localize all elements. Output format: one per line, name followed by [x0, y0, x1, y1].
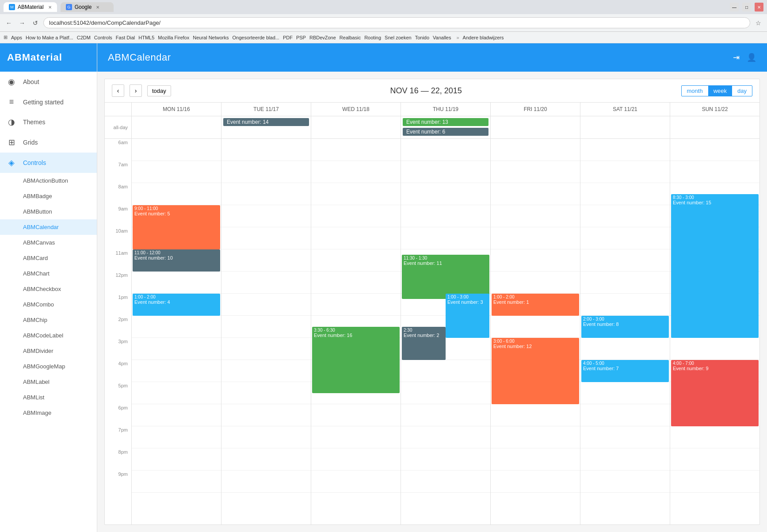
sidebar-subitem-abmlist[interactable]: ABMList — [0, 390, 97, 405]
tab-close-abmaterial[interactable]: ✕ — [48, 5, 52, 10]
sidebar-item-themes[interactable]: ◑ Themes — [0, 112, 97, 132]
back-btn[interactable]: ← — [4, 18, 14, 28]
time-slot-3pm: 3pm — [105, 338, 131, 360]
event-12-time: 3:00 - 6:00 — [493, 339, 577, 344]
cal-event-8[interactable]: 2:00 - 3:00 Event number: 8 — [581, 316, 669, 338]
bookmark-mozilla[interactable]: Mozilla Firefox — [158, 35, 189, 40]
cal-event-3[interactable]: 1:00 - 3:00 Event number: 3 — [446, 294, 489, 338]
cal-allday-row: all-day Event number: 14 — [105, 116, 759, 139]
sidebar-subitem-abmimage[interactable]: ABMImage — [0, 405, 97, 421]
bookmark-apps[interactable]: Apps — [11, 35, 22, 40]
browser-tab-abmaterial[interactable]: M ABMaterial ✕ — [4, 2, 57, 12]
event-3-title: Event number: 3 — [447, 299, 488, 305]
bookmark-psp[interactable]: PSP — [296, 35, 306, 40]
allday-event-14[interactable]: Event number: 14 — [223, 118, 309, 126]
cal-day-col-tue — [221, 139, 311, 524]
sidebar-subitem-abmchip[interactable]: ABMChip — [0, 312, 97, 328]
cal-event-5[interactable]: 9:00 - 11:00 Event number: 5 — [133, 205, 220, 249]
bookmark-fastdial[interactable]: Fast Dial — [116, 35, 135, 40]
maximize-btn[interactable]: □ — [742, 3, 751, 11]
address-bar[interactable] — [43, 17, 750, 28]
cal-allday-cells: Event number: 14 Event number: 13 Event … — [131, 116, 759, 138]
user-btn[interactable]: 👤 — [747, 53, 756, 62]
allday-event-6[interactable]: Event number: 6 — [403, 128, 488, 136]
event-9-time: 4:00 - 7:00 — [673, 361, 757, 366]
bookmark-tonido[interactable]: Tonido — [415, 35, 429, 40]
cal-event-15[interactable]: 8:30 - 3:00 Event number: 15 — [671, 194, 759, 338]
sidebar-subitem-abmbutton[interactable]: ABMButton — [0, 204, 97, 219]
app-container: ABMaterial ◉ About ≡ Getting started ◑ T… — [0, 43, 767, 532]
allday-event-13[interactable]: Event number: 13 — [403, 118, 488, 126]
app-header: ABMCalendar ⇥ 👤 — [97, 43, 767, 72]
time-slot-7am: 7am — [105, 161, 131, 183]
cal-event-7[interactable]: 4:00 - 5:00 Event number: 7 — [581, 360, 669, 382]
event-7-title: Event number: 7 — [583, 366, 667, 371]
cal-day-col-sun: 8:30 - 3:00 Event number: 15 4:00 - 7:00… — [670, 139, 759, 524]
sidebar-item-controls[interactable]: ◈ Controls — [0, 153, 97, 173]
cal-event-2[interactable]: 2:30 Event number: 2 — [402, 327, 446, 360]
cal-event-4[interactable]: 1:00 - 2:00 Event number: 4 — [133, 294, 220, 316]
bookmark-rooting[interactable]: Rooting — [364, 35, 381, 40]
sidebar-subitem-abmactionbutton[interactable]: ABMActionButton — [0, 173, 97, 188]
cal-event-10[interactable]: 11:00 - 12:00 Event number: 10 — [133, 249, 220, 272]
bookmark-controls[interactable]: Controls — [94, 35, 112, 40]
bookmark-rbdevzone[interactable]: RBDevZone — [309, 35, 336, 40]
bookmark-c2dm[interactable]: C2DM — [77, 35, 91, 40]
allday-event-6-label: Event number: 6 — [406, 129, 445, 135]
cal-event-9[interactable]: 4:00 - 7:00 Event number: 9 — [671, 360, 759, 426]
sidebar-subitem-abmcodelabel[interactable]: ABMCodeLabel — [0, 328, 97, 343]
sidebar-item-about[interactable]: ◉ About — [0, 72, 97, 92]
cal-event-11[interactable]: 11:30 - 1:30 Event number: 11 — [402, 255, 489, 299]
time-slot-4pm: 4pm — [105, 360, 131, 382]
sidebar-item-label-themes: Themes — [23, 119, 46, 126]
sidebar-item-grids[interactable]: ⊞ Grids — [0, 132, 97, 153]
cal-next-btn[interactable]: › — [130, 84, 142, 97]
cal-event-1[interactable]: 1:00 - 2:00 Event number: 1 — [492, 294, 579, 316]
bookmark-btn[interactable]: ☆ — [753, 18, 763, 28]
allday-event-14-label: Event number: 14 — [227, 119, 269, 125]
cal-view-week[interactable]: week — [708, 86, 732, 96]
bookmark-snel[interactable]: Snel zoeken — [385, 35, 412, 40]
bookmark-pdf[interactable]: PDF — [283, 35, 293, 40]
forward-btn[interactable]: → — [17, 18, 27, 28]
sidebar-item-getting-started[interactable]: ≡ Getting started — [0, 92, 97, 112]
sidebar-subitem-abmcanvas[interactable]: ABMCanvas — [0, 235, 97, 250]
bookmark-html5[interactable]: HTML5 — [138, 35, 154, 40]
sidebar-subitem-abmlabel[interactable]: ABMLabel — [0, 374, 97, 390]
calendar-grid: MON 11/16 TUE 11/17 WED 11/18 THU 11/19 … — [105, 103, 759, 524]
sidebar-subitem-abmgooglemap[interactable]: ABMGoogleMap — [0, 359, 97, 374]
sidebar-subitem-abmcombo[interactable]: ABMCombo — [0, 297, 97, 312]
cal-day-header-fri: FRI 11/20 — [490, 103, 580, 116]
bookmark-more[interactable]: » — [456, 35, 459, 40]
cal-view-month[interactable]: month — [682, 86, 708, 96]
sidebar-subitem-abmchart[interactable]: ABMChart — [0, 266, 97, 281]
reload-btn[interactable]: ↺ — [30, 18, 41, 28]
minimize-btn[interactable]: — — [730, 3, 739, 11]
browser-tab-google[interactable]: G Google ✕ — [61, 2, 114, 12]
bookmark-andere[interactable]: Andere bladwijzers — [463, 35, 504, 40]
cal-event-16[interactable]: 3:30 - 6:30 Event number: 16 — [312, 327, 400, 393]
cal-event-12[interactable]: 3:00 - 6:00 Event number: 12 — [492, 338, 579, 404]
cal-allday-cell-mon — [131, 116, 221, 138]
bookmark-vanalles[interactable]: Vanalles — [433, 35, 451, 40]
tab-close-google[interactable]: ✕ — [96, 5, 99, 10]
bookmark-howto[interactable]: How to Make a Platf... — [26, 35, 73, 40]
bookmark-realbasic[interactable]: Realbasic — [340, 35, 361, 40]
sidebar-subitem-abmcalendar[interactable]: ABMCalendar — [0, 219, 97, 235]
cal-view-day[interactable]: day — [732, 86, 752, 96]
subitem-label-abmcombo: ABMCombo — [23, 301, 54, 308]
bookmark-neural[interactable]: Neural Networks — [193, 35, 229, 40]
logout-btn[interactable]: ⇥ — [733, 53, 740, 62]
close-btn[interactable]: ✕ — [755, 3, 763, 11]
bookmark-ongesorteerde[interactable]: Ongesorteerde blad... — [233, 35, 279, 40]
header-icons: ⇥ 👤 — [733, 53, 756, 62]
sidebar-subitem-abmcheckbox[interactable]: ABMCheckbox — [0, 281, 97, 297]
cal-today-btn[interactable]: today — [147, 85, 171, 96]
sidebar-subitem-abmbadge[interactable]: ABMBadge — [0, 188, 97, 204]
cal-prev-btn[interactable]: ‹ — [112, 84, 124, 97]
sidebar-subitem-abmdivider[interactable]: ABMDivider — [0, 343, 97, 359]
cal-day-header-mon: MON 11/16 — [131, 103, 221, 116]
sidebar-subitem-abmcard[interactable]: ABMCard — [0, 250, 97, 266]
time-slot-7pm: 7pm — [105, 426, 131, 448]
cal-allday-cell-tue: Event number: 14 — [221, 116, 311, 138]
